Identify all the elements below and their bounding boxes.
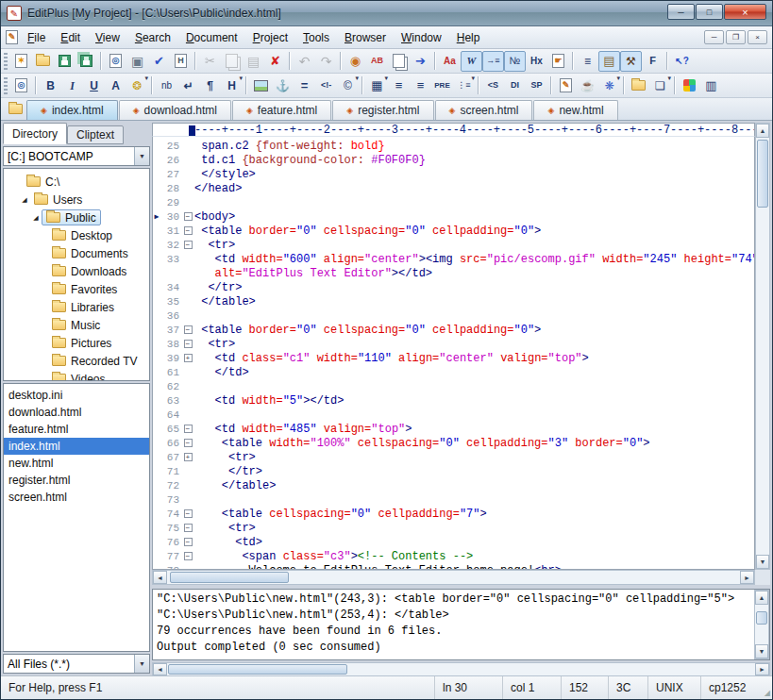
code-line-75[interactable]: 75− <tr> (153, 521, 754, 535)
tab-cliptext[interactable]: Cliptext (67, 125, 124, 144)
code-line-29[interactable]: 29 (153, 195, 754, 209)
print-preview-button[interactable]: ◎ (105, 51, 126, 72)
code-line-64[interactable]: 64 (153, 408, 754, 422)
fold-collapse-icon[interactable]: − (184, 226, 193, 235)
scroll-up-button[interactable]: ▲ (755, 591, 768, 605)
close-button[interactable]: × (724, 4, 766, 20)
file-feature.html[interactable]: feature.html (4, 421, 149, 438)
replace-button[interactable]: AB (366, 51, 388, 72)
find-button[interactable]: ◉ (344, 51, 366, 72)
tree-item-recorded-tv[interactable]: Recorded TV (4, 352, 149, 370)
special-character-button[interactable]: ©▾ (337, 75, 359, 96)
fold-collapse-icon[interactable]: − (184, 538, 193, 546)
resize-grip[interactable]: ◢ (759, 676, 772, 699)
menu-view[interactable]: View (88, 28, 127, 47)
windows-colors-button[interactable] (679, 75, 700, 96)
underline-button[interactable]: U (83, 75, 105, 96)
fold-expand-icon[interactable]: + (184, 354, 193, 362)
word-wrap-button[interactable]: W (461, 51, 482, 72)
goto-line-button[interactable]: ➔ (410, 51, 431, 72)
fold-collapse-icon[interactable]: − (184, 439, 193, 447)
editor-vertical-scrollbar[interactable]: ▲ ▼ (755, 123, 770, 570)
set-font-button[interactable]: Aa (439, 51, 461, 72)
tree-item-users[interactable]: ◢Users (4, 191, 149, 208)
tab-feature.html[interactable]: ◈feature.html (232, 100, 331, 120)
code-line-73[interactable]: 73 (153, 492, 754, 507)
file-filter-selector[interactable]: All Files (*.*) ▼ (3, 654, 150, 674)
image-button[interactable] (250, 75, 272, 96)
menu-search[interactable]: Search (127, 28, 178, 47)
file-desktop.ini[interactable]: desktop.ini (4, 387, 149, 404)
horizontal-rule-button[interactable]: = (294, 75, 315, 96)
code-line-66[interactable]: 66− <table width="100%" cellspacing="0" … (153, 436, 754, 450)
text-color-button[interactable]: ❂▾ (126, 75, 148, 96)
align-center-button[interactable]: ≡ (388, 75, 410, 96)
dropdown-arrow-icon[interactable]: ▼ (134, 147, 149, 165)
spell-check-button[interactable]: ✔ (148, 51, 170, 72)
project-folder-icon[interactable] (8, 104, 23, 114)
tree-item-documents[interactable]: Documents (4, 244, 149, 262)
context-help-button[interactable]: ↖? (671, 51, 693, 72)
font-button[interactable]: A (105, 75, 126, 96)
paragraph-button[interactable]: ¶ (199, 75, 221, 96)
mdi-restore-button[interactable]: ❐ (726, 30, 746, 44)
objects-button[interactable]: ❋▾ (598, 75, 620, 96)
fold-collapse-icon[interactable]: − (184, 524, 193, 532)
code-line-26[interactable]: 26 td.c1 {background-color: #F0F0F0} (153, 153, 754, 167)
code-line-32[interactable]: 32− <tr> (153, 238, 754, 252)
document-properties-button[interactable]: ☛ (547, 51, 569, 72)
editor-horizontal-scrollbar[interactable]: ◄ ► (152, 570, 755, 585)
code-line-27[interactable]: 27 </style> (153, 167, 754, 181)
align-right-button[interactable]: ≡ (410, 75, 431, 96)
code-line-72[interactable]: 72 </table> (153, 478, 754, 492)
hex-viewer-button[interactable]: Hx (526, 51, 547, 72)
strikeout-button[interactable]: <S (482, 75, 504, 96)
scroll-down-button[interactable]: ▼ (755, 644, 768, 658)
scrollbar-thumb[interactable] (757, 140, 768, 208)
view-in-browser-button[interactable]: ◎ (10, 75, 32, 96)
coffee-script-button[interactable]: ☕ (577, 75, 598, 96)
fold-collapse-icon[interactable]: − (184, 241, 193, 249)
tree-item-downloads[interactable]: Downloads (4, 262, 149, 280)
tab-directory[interactable]: Directory (3, 123, 67, 144)
tree-item-libraries[interactable]: Libraries (4, 298, 149, 316)
new-file-button[interactable]: ✶ (10, 51, 32, 72)
mdi-close-button[interactable]: × (748, 30, 767, 44)
panel-layout-button[interactable]: ▥ (700, 75, 722, 96)
tab-register.html[interactable]: ◈register.html (332, 100, 433, 120)
code-line-74[interactable]: 74− <table cellspacing="0" cellpadding="… (153, 507, 754, 521)
comment-button[interactable]: <!- (315, 75, 337, 96)
scroll-left-button[interactable]: ◄ (153, 571, 167, 584)
file-register.html[interactable]: register.html (4, 472, 149, 489)
maximize-button[interactable]: □ (696, 4, 723, 20)
tree-item-videos[interactable]: Videos (4, 370, 149, 381)
preformatted-button[interactable]: PRE (431, 75, 453, 96)
fold-collapse-icon[interactable]: − (184, 340, 193, 348)
code-line-31[interactable]: 31− <table border="0" cellspacing="0" ce… (153, 224, 754, 238)
code-line-28[interactable]: 28</head> (153, 181, 754, 195)
output-vertical-scrollbar[interactable]: ▲ ▼ (754, 590, 769, 659)
code-line-33[interactable]: 33 <td width="600" align="center"><img s… (153, 252, 754, 266)
file-download.html[interactable]: download.html (4, 404, 149, 421)
find-in-files-button[interactable] (388, 51, 410, 72)
auto-indent-button[interactable]: →≡ (482, 51, 504, 72)
expand-arrow-icon[interactable]: ◢ (30, 214, 42, 222)
frame-button[interactable]: ❏▾ (649, 75, 671, 96)
fold-collapse-icon[interactable]: − (184, 425, 193, 433)
code-line-38[interactable]: 38− <tr> (153, 337, 754, 351)
file-index.html[interactable]: index.html (4, 438, 149, 455)
menu-file[interactable]: File (20, 28, 53, 47)
menu-browser[interactable]: Browser (337, 28, 394, 47)
scroll-right-button[interactable]: ► (755, 663, 769, 675)
directory-window-button[interactable]: ▤ (598, 51, 620, 72)
anchor-button[interactable]: ⚓ (272, 75, 294, 96)
save-all-button[interactable] (76, 51, 97, 72)
line-break-button[interactable]: ↵ (177, 75, 199, 96)
fold-collapse-icon[interactable]: − (184, 552, 193, 560)
code-line-76[interactable]: 76− <td> (153, 535, 754, 549)
file-new.html[interactable]: new.html (4, 455, 149, 472)
code-line-34[interactable]: 34 </tr> (153, 280, 754, 294)
code-line-67[interactable]: 67+ <tr> (153, 450, 754, 464)
edit-cliptext-button[interactable]: ✎ (555, 75, 577, 96)
scroll-up-button[interactable]: ▲ (756, 124, 769, 138)
